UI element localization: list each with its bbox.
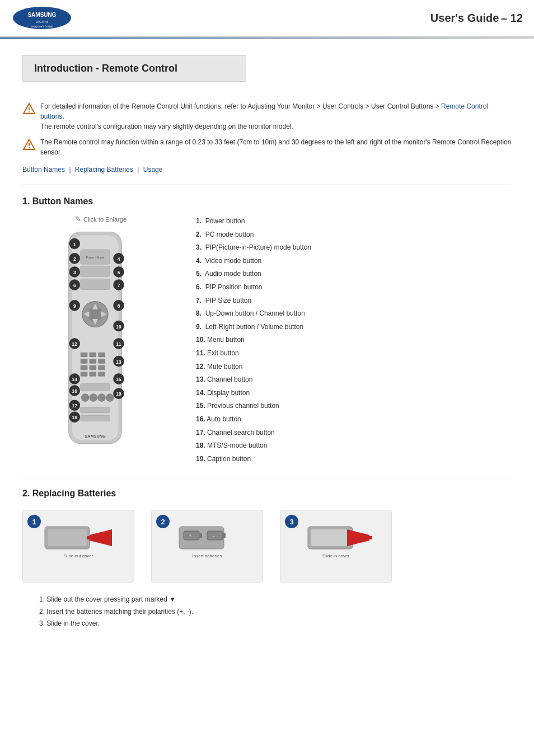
svg-rect-65 (98, 359, 105, 363)
button-item-12: 12. Mute button (196, 360, 512, 374)
battery-step-2-image: + - Insert batteries (162, 515, 252, 577)
page-content: Introduction - Remote Control For detail… (0, 44, 534, 652)
button-item-3: 3. PIP(Picture-in-Picture) mode button (196, 241, 512, 255)
nav-link-button-names[interactable]: Button Names (22, 166, 65, 173)
warning-icon (22, 102, 36, 116)
info-section: For detailed information of the Remote C… (22, 101, 512, 157)
button-item-19: 19. Caption button (196, 453, 512, 466)
battery-step-1-image: Slide out cover (34, 515, 123, 577)
svg-rect-64 (90, 359, 97, 363)
svg-rect-71 (98, 372, 105, 376)
header-separator (0, 37, 534, 39)
svg-text:Insert batteries: Insert batteries (193, 553, 222, 558)
svg-rect-69 (81, 372, 88, 376)
button-item-18: 18. MTS/S-mode button (196, 439, 512, 453)
remote-control-image: 1 2 3 6 9 4 (22, 226, 168, 461)
svg-text:5: 5 (118, 270, 120, 275)
button-item-13: 13. Channel button (196, 373, 512, 387)
svg-text:SAMSUNG: SAMSUNG (27, 12, 56, 18)
svg-text:everyone's Invited: everyone's Invited (31, 25, 53, 28)
svg-rect-78 (81, 415, 110, 421)
svg-text:2: 2 (73, 256, 76, 262)
svg-point-9 (29, 147, 30, 148)
svg-rect-52 (81, 266, 110, 276)
divider-1 (22, 185, 512, 185)
nav-link-replacing-batteries[interactable]: Replacing Batteries (75, 166, 133, 173)
replacing-batteries-title: 2. Replacing Batteries (22, 489, 512, 499)
button-item-5: 5. Audio mode button (196, 267, 512, 281)
divider-2 (22, 477, 512, 477)
svg-rect-62 (98, 353, 105, 357)
svg-text:4: 4 (118, 256, 120, 262)
svg-point-73 (81, 393, 90, 402)
svg-text:10: 10 (116, 324, 121, 330)
button-item-6: 6. PIP Position button (196, 281, 512, 294)
replacing-batteries-section: 2. Replacing Batteries 1 Slide out cover… (22, 489, 512, 630)
button-item-15: 15. Previous channel button (196, 400, 512, 413)
svg-rect-90 (223, 533, 226, 538)
button-item-10: 10. Menu button (196, 334, 512, 347)
svg-point-74 (90, 393, 98, 402)
svg-text:18: 18 (72, 415, 78, 420)
page-title: Introduction - Remote Control (34, 63, 235, 74)
remote-container: Click to Enlarge 1 2 3 (22, 215, 179, 463)
button-names-title: 1. Button Names (22, 196, 512, 206)
svg-text:Power / Mode: Power / Mode (86, 256, 104, 259)
step-2: Insert the batteries matching their pola… (39, 606, 512, 618)
page-header: SAMSUNG DIGITAll everyone's Invited User… (0, 0, 534, 37)
step-1: Slide out the cover pressing part marked… (39, 594, 512, 606)
nav-links: Button Names | Replacing Batteries | Usa… (22, 166, 512, 173)
svg-text:17: 17 (72, 403, 78, 408)
svg-rect-53 (81, 279, 110, 290)
svg-rect-63 (81, 359, 88, 363)
svg-rect-89 (207, 531, 223, 540)
battery-images: 1 Slide out cover 2 (22, 510, 512, 583)
info-text-2: The Remote control may function within a… (40, 137, 512, 157)
svg-text:9: 9 (73, 303, 76, 309)
battery-image-1: 1 Slide out cover (22, 510, 134, 583)
info-text-1: For detailed information of the Remote C… (40, 101, 512, 132)
svg-point-6 (29, 111, 30, 112)
click-to-enlarge[interactable]: Click to Enlarge (22, 215, 179, 223)
svg-rect-87 (199, 533, 202, 538)
step-3: Slide in the cover. (39, 618, 512, 630)
svg-text:6: 6 (73, 283, 76, 288)
info-item-2: The Remote control may function within a… (22, 137, 512, 157)
svg-text:8: 8 (118, 303, 120, 309)
svg-text:DIGITAll: DIGITAll (36, 20, 48, 24)
svg-point-75 (97, 393, 106, 402)
battery-step-3-image: Slide in cover (291, 515, 381, 577)
svg-text:16: 16 (72, 388, 78, 394)
svg-text:7: 7 (118, 283, 120, 288)
button-item-16: 16. Auto button (196, 413, 512, 426)
svg-text:Slide in cover: Slide in cover (322, 553, 349, 558)
svg-rect-68 (98, 365, 105, 370)
svg-rect-67 (90, 365, 97, 370)
svg-text:19: 19 (116, 391, 121, 397)
svg-rect-66 (81, 365, 88, 370)
button-item-9: 9. Left-Right button / Volume button (196, 321, 512, 334)
logo-area: SAMSUNG DIGITAll everyone's Invited (11, 6, 73, 31)
svg-rect-70 (90, 372, 97, 376)
info-item-1: For detailed information of the Remote C… (22, 101, 512, 132)
svg-rect-72 (81, 383, 110, 391)
svg-text:12: 12 (72, 341, 78, 347)
remote-control-link[interactable]: Remote Control buttons (40, 102, 488, 120)
svg-text:11: 11 (116, 341, 121, 347)
button-list: 1. Power button 2. PC mode button 3. PIP… (196, 215, 512, 466)
nav-link-usage[interactable]: Usage (143, 166, 163, 173)
svg-rect-77 (81, 407, 110, 413)
button-item-14: 14. Display button (196, 387, 512, 400)
battery-image-3: 3 Slide in cover (280, 510, 392, 583)
svg-text:1: 1 (73, 242, 76, 247)
svg-text:+: + (189, 534, 191, 538)
svg-rect-61 (90, 353, 97, 357)
samsung-logo-icon: SAMSUNG DIGITAll everyone's Invited (11, 6, 73, 31)
button-item-7: 7. PIP Size button (196, 294, 512, 308)
button-item-17: 17. Channel search button (196, 426, 512, 440)
svg-rect-96 (347, 536, 372, 539)
svg-rect-81 (48, 529, 87, 546)
button-item-4: 4. Video mode button (196, 255, 512, 268)
svg-rect-83 (87, 536, 112, 539)
button-item-1: 1. Power button (196, 215, 512, 228)
